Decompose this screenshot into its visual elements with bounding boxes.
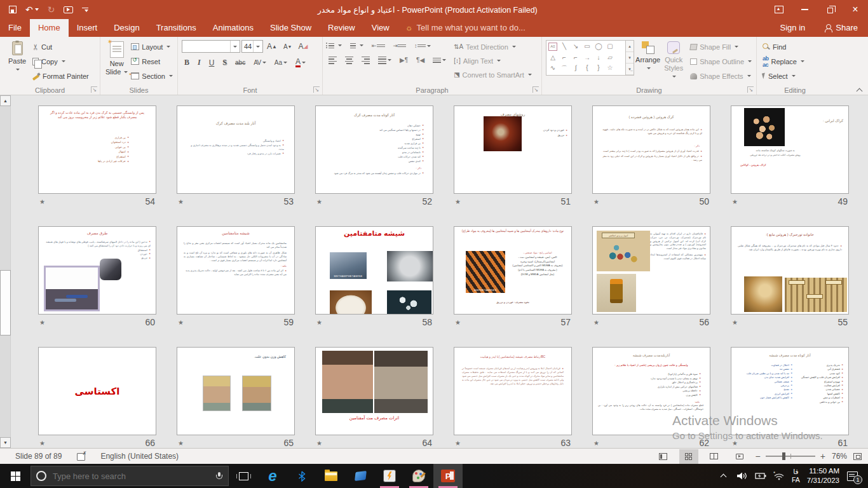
battery-button[interactable] xyxy=(755,472,766,480)
zoom-slider[interactable] xyxy=(766,456,815,457)
tab-insert[interactable]: Insert xyxy=(69,19,106,37)
slide-thumbnail-65[interactable]: کاهش وزن بدون علت. xyxy=(177,347,295,435)
normal-view-button[interactable] xyxy=(654,449,673,464)
slide-sorter-view-button[interactable] xyxy=(679,449,698,464)
slide-thumbnail-62[interactable]: آثاربلندمدت مصرف شیشه وابستگی و حالت جنو… xyxy=(592,347,710,435)
shape-elbow-arrow-icon[interactable]: ⌐ xyxy=(571,54,580,61)
shape-triangle-icon[interactable]: △ xyxy=(548,54,557,61)
rtl-direction-button[interactable]: ¶◀ xyxy=(414,55,426,65)
shapes-scroll-down-button[interactable]: ▼ xyxy=(626,52,634,64)
shape-down-arrow-icon[interactable]: ↓ xyxy=(594,54,603,61)
shape-fill-button[interactable]: Shape Fill xyxy=(688,40,754,53)
tab-home[interactable]: Home xyxy=(30,19,69,37)
winamp-taskbar-button[interactable] xyxy=(375,464,404,488)
slide-thumbnail-59[interactable]: شیشه متامفتامین متامفتامین یک ماده محرک … xyxy=(177,226,295,315)
shape-elbow-icon[interactable]: ⌐ xyxy=(560,54,569,61)
slide-counter[interactable]: Slide 89 of 89 xyxy=(15,452,62,461)
share-button[interactable]: Share xyxy=(814,19,868,37)
bluetooth-taskbar-button[interactable] xyxy=(287,464,316,488)
language-switcher[interactable]: فا FA xyxy=(792,468,800,484)
save-button[interactable] xyxy=(9,6,17,13)
align-right-button[interactable] xyxy=(360,55,372,65)
shape-star-icon[interactable]: ☆ xyxy=(606,64,614,73)
cut-button[interactable]: ✂Cut xyxy=(31,40,91,53)
quick-styles-button[interactable]: Quick Styles xyxy=(661,40,686,80)
shapes-more-button[interactable]: ▼̲ xyxy=(626,64,634,75)
clock[interactable]: 11:50 AM 7/31/2023 xyxy=(807,466,839,485)
decrease-indent-button[interactable]: ⇤ xyxy=(370,41,387,50)
tab-slideshow[interactable]: Slide Show xyxy=(262,19,320,37)
shape-outline-button[interactable]: Shape Outline xyxy=(688,55,754,68)
tab-transitions[interactable]: Transitions xyxy=(148,19,205,37)
font-color-button[interactable]: A xyxy=(293,57,308,69)
align-text-button[interactable]: [↕]Align Text xyxy=(452,54,534,67)
new-slide-button[interactable]: New Slide xyxy=(104,40,129,76)
underline-button[interactable]: U xyxy=(207,57,217,69)
slide-thumbnail-57[interactable]: نوع ماده: داروهای محرک آمفتامین ها و شبی… xyxy=(454,226,572,315)
slide-thumbnail-64[interactable]: اثرات مصرف مت آمفتامین xyxy=(315,347,433,435)
convert-to-smartart-button[interactable]: ⬔Convert to SmartArt xyxy=(452,68,534,81)
tab-view[interactable]: View xyxy=(363,19,398,37)
text-direction-button[interactable]: ⇅AText Direction xyxy=(452,40,534,53)
layout-button[interactable]: Layout xyxy=(129,40,175,53)
shapes-gallery[interactable]: A≡ ╲ ↘ ▭ ◯ ▢ △ ⌐ ⌐ → ↓ ▱ ∿ ⌒ ∫ { } xyxy=(546,40,626,76)
font-name-combo[interactable] xyxy=(182,40,240,53)
format-painter-button[interactable]: Format Painter xyxy=(31,69,91,83)
italic-button[interactable]: I xyxy=(195,57,203,69)
slide-thumbnail-56[interactable]: آمپول پر و نور انجکشن قاچاقچیان دارو در … xyxy=(592,226,710,315)
action-center-button[interactable]: 1 xyxy=(846,471,858,481)
change-case-button[interactable]: Aa xyxy=(272,58,290,67)
sign-in-button[interactable]: Sign in xyxy=(771,19,815,37)
spell-check-icon[interactable] xyxy=(77,452,85,460)
text-shadow-button[interactable]: S xyxy=(220,57,229,69)
slideshow-view-button[interactable] xyxy=(730,449,749,464)
paste-button[interactable]: Paste xyxy=(4,40,31,73)
tab-review[interactable]: Review xyxy=(320,19,363,37)
powerpoint-taskbar-button[interactable]: P xyxy=(433,464,463,488)
scrollbar-thumb[interactable] xyxy=(0,270,11,336)
volume-button[interactable] xyxy=(736,471,748,480)
clear-formatting-button[interactable]: A◢ xyxy=(296,41,311,52)
shrink-font-button[interactable]: A▼ xyxy=(281,42,295,51)
drawing-dialog-launcher[interactable]: ↘ xyxy=(747,86,754,93)
undo-button[interactable]: ↶ xyxy=(25,4,39,15)
task-view-button[interactable] xyxy=(229,464,258,488)
reset-button[interactable]: Reset xyxy=(129,55,175,68)
zoom-percentage[interactable]: 76% xyxy=(832,452,847,461)
fit-slide-to-window-button[interactable] xyxy=(853,453,862,460)
line-spacing-button[interactable]: ↕ xyxy=(412,41,433,50)
zoom-in-button[interactable]: + xyxy=(820,451,825,461)
arrange-button[interactable]: Arrange xyxy=(634,40,661,72)
grow-font-button[interactable]: A▲ xyxy=(264,41,280,52)
ribbon-display-options-button[interactable] xyxy=(766,0,792,19)
tab-animations[interactable]: Animations xyxy=(205,19,262,37)
close-button[interactable]: × xyxy=(843,0,868,19)
shape-textbox-icon[interactable]: A≡ xyxy=(548,43,557,51)
customize-qat-button[interactable] xyxy=(82,8,88,12)
start-slideshow-button[interactable] xyxy=(64,6,73,13)
shape-arc-icon[interactable]: ⌒ xyxy=(560,64,569,73)
taskbar-search-box[interactable] xyxy=(31,466,229,486)
zoom-slider-thumb[interactable] xyxy=(782,452,785,460)
ltr-direction-button[interactable]: ▶¶ xyxy=(398,55,410,65)
tab-file[interactable]: File xyxy=(0,19,30,37)
shape-corner-icon[interactable]: ▱ xyxy=(606,54,614,61)
slide-thumbnail-61[interactable]: آثار کوتاه مدت مصرف شیشه تحریک پذیریقشقر… xyxy=(731,347,849,435)
shape-oval-icon[interactable]: ◯ xyxy=(594,43,603,51)
tray-expand-button[interactable] xyxy=(718,473,729,478)
shape-effects-button[interactable]: Shape Effects xyxy=(688,69,754,83)
shape-scribble-icon[interactable]: ∿ xyxy=(548,64,557,73)
slide-thumbnail-49[interactable]: کراک ایرانی : به صورت سنگهای کوچک شکسته … xyxy=(731,105,849,194)
search-input[interactable] xyxy=(51,471,211,482)
reading-view-button[interactable] xyxy=(705,449,724,464)
shape-line-icon[interactable]: ╲ xyxy=(560,43,569,51)
select-button[interactable]: Select xyxy=(761,69,806,83)
language-indicator[interactable]: English (United States) xyxy=(100,452,179,461)
minimize-button[interactable] xyxy=(792,0,817,19)
slide-thumbnail-52[interactable]: آثار کوتاه مدت مصرف کرک خشکی دهاندر دسته… xyxy=(315,105,433,194)
shape-rounded-rectangle-icon[interactable]: ▢ xyxy=(606,43,614,51)
shape-left-brace-icon[interactable]: { xyxy=(583,64,592,73)
scroll-up-button[interactable]: ▲ xyxy=(0,95,11,106)
slide-thumbnail-55[interactable]: خانواده تورجیزک ( هروئین مایع ): حدود ۴ … xyxy=(731,226,849,315)
font-dialog-launcher[interactable]: ↘ xyxy=(313,86,320,93)
